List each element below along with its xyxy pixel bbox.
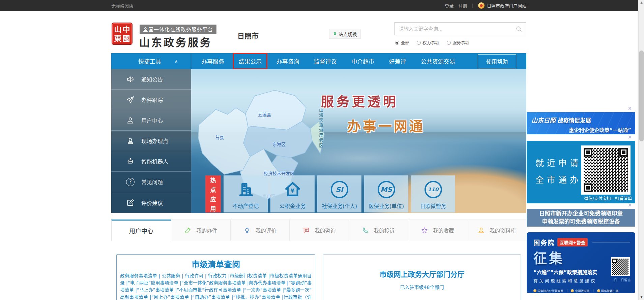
list-panel-title: 市级清单查阅 xyxy=(120,258,312,270)
help-button[interactable]: 使用帮助 xyxy=(478,54,516,68)
sidebar-item-feedback[interactable]: 评价建议 xyxy=(111,192,191,213)
platform-badge: 全国一体化在线政务服务平台 xyxy=(140,25,216,34)
map-label-juxian[interactable]: 莒县 xyxy=(215,134,224,140)
scrollbar-thumb[interactable] xyxy=(639,51,644,141)
quick-tools-toggle[interactable]: 快捷工具 ∧ xyxy=(111,53,191,69)
qr-caption: 微信/支付宝扫一扫看清单 xyxy=(584,195,632,201)
sidebar-item-user-center[interactable]: 用户中心 xyxy=(111,110,191,131)
tab-my-documents[interactable]: 我的资料库 xyxy=(467,220,527,241)
app-card-housing-fund[interactable]: ¥ 公积金业务 xyxy=(270,175,315,212)
search-input[interactable] xyxy=(395,26,512,32)
chat-icon xyxy=(302,227,310,234)
nav-item-banshi-fuwu[interactable]: 办事服务 xyxy=(201,56,225,67)
banner-slogan-2: 办事一网通 xyxy=(347,115,425,135)
hot-apps-title: 热点应用 xyxy=(205,175,221,212)
shandong-seal-logo: 山 中 東 國 xyxy=(112,23,133,45)
page-scrollbar[interactable]: ▲ ▼ xyxy=(638,0,644,300)
state-council-label: 国务院 xyxy=(533,238,555,247)
map-label-wulian[interactable]: 五莲县 xyxy=(258,111,271,118)
hot-apps-row: 热点应用 不动产登记 ¥ 公积金业务 SI 社保业务(个人) MS xyxy=(205,175,455,212)
footer-org-3: 国务院客户端 xyxy=(597,289,618,293)
si-icon: SI xyxy=(331,181,348,198)
scope-service[interactable]: 服务事项 xyxy=(447,39,469,46)
tab-my-consultations[interactable]: 我的咨询 xyxy=(290,220,349,241)
map-label-donggang[interactable]: 东港区 xyxy=(272,141,286,147)
phone-icon xyxy=(362,227,369,234)
star-icon xyxy=(421,227,428,234)
scope-all[interactable]: 全部 xyxy=(395,39,409,46)
nav-item-gonggong-ziyuan[interactable]: 公共资源交易 xyxy=(420,56,456,67)
app-card-police[interactable]: 110 日照微警务 xyxy=(411,175,455,212)
yuan-glyph: ¥ xyxy=(291,188,294,194)
police-110-icon: 110 xyxy=(425,181,442,198)
location-pin-icon xyxy=(333,32,337,36)
close-icon[interactable]: × xyxy=(627,106,633,111)
nav-item-haochaping[interactable]: 好差评 xyxy=(388,56,407,67)
scroll-up-icon[interactable]: ▲ xyxy=(639,0,644,5)
sidebar-item-service-points[interactable]: 现场办理点 xyxy=(111,131,191,151)
tab-my-items[interactable]: 我的办件 xyxy=(171,220,231,241)
hall-panel-subtitle: 已入驻市级48个部门 xyxy=(323,284,521,290)
stamp-icon xyxy=(126,137,135,145)
main-container: 快捷工具 ∧ 办事服务 结果公示 办事咨询 监督评议 中介超市 好差评 公共资源… xyxy=(111,53,526,213)
ad-banner-new-business[interactable]: 日照市新开办企业可免费领取印章 申领发票的可免费领取税控设备 xyxy=(527,209,635,227)
ad-banner-state-council[interactable]: 国务院 互联网+督查 征集 “六稳”“六保”政策措施落实 有关问题线索和意见建议… xyxy=(527,232,635,293)
ms-icon: MS xyxy=(378,181,395,198)
nav-item-jieguo-gongshi[interactable]: 结果公示 xyxy=(238,56,262,67)
sidebar-item-faq[interactable]: ? 常见问题 xyxy=(111,172,191,192)
portal-link[interactable]: 日照市政府门户网站 xyxy=(478,2,526,9)
city-name: 日照市 xyxy=(237,30,259,40)
emblem-dot-icon xyxy=(533,289,536,292)
ad-banner-citywide-service[interactable]: 就近申请 全市通办 微信/支付宝扫一扫看清单 xyxy=(527,141,635,203)
sidebar-item-robot[interactable]: 智能机器人 xyxy=(111,151,191,172)
hall-panel-title[interactable]: 市级网上政务大厅部门分厅 xyxy=(323,269,521,279)
city-list-panel: 市级清单查阅 政务服务事项清单 | 公共服务 | 行政许可 | 行政权力 |市级… xyxy=(116,254,315,300)
app-card-medical-insurance[interactable]: MS 医保业务(单位) xyxy=(364,175,408,212)
header: 山 中 東 國 全国一体化在线政务服务平台 山东政务服务 日照市 站点切换 全部… xyxy=(0,11,644,53)
quick-tools-panel: 通知公告 办件跟踪 用户中心 现场办理点 智能机器人 ? 常见问题 xyxy=(111,69,191,213)
close-icon[interactable]: × xyxy=(627,202,633,208)
radio-selected-icon xyxy=(395,41,399,45)
radio-icon xyxy=(417,41,421,45)
scope-power[interactable]: 权力事项 xyxy=(417,39,439,46)
emblem-dot-icon xyxy=(597,289,600,292)
edit-icon xyxy=(126,198,135,207)
register-link[interactable]: 注册 xyxy=(459,2,467,9)
search-scope-radios: 全部 权力事项 服务事项 xyxy=(395,39,469,46)
accessibility-link[interactable]: 无障碍阅读 xyxy=(111,2,133,9)
tab-my-complaints[interactable]: 我的投诉 xyxy=(349,220,408,241)
building-icon xyxy=(237,181,254,198)
chevron-up-icon: ∧ xyxy=(175,59,178,64)
app-card-social-insurance[interactable]: SI 社保业务(个人) xyxy=(317,175,361,212)
login-link[interactable]: 登录 xyxy=(445,2,454,9)
tab-my-reviews[interactable]: 我的评价 xyxy=(231,220,290,241)
tab-my-favorites[interactable]: 我的收藏 xyxy=(408,220,467,241)
pencil-icon xyxy=(184,227,192,234)
robot-icon xyxy=(126,157,135,166)
qr-code-small xyxy=(611,257,630,276)
map-label-shanhaitian[interactable]: 山海天旅游度假区 xyxy=(318,108,324,148)
list-panel-links[interactable]: 政务服务事项清单 | 公共服务 | 行政许可 | 行政权力 |市级部门权责清单 … xyxy=(120,272,312,300)
scroll-down-icon[interactable]: ▼ xyxy=(639,295,644,300)
emblem-dot-icon xyxy=(571,289,574,292)
question-icon: ? xyxy=(126,178,135,186)
sidebar-item-tracking[interactable]: 办件跟踪 xyxy=(111,90,191,110)
sidebar-item-notices[interactable]: 通知公告 xyxy=(111,69,191,90)
topbar: 无障碍阅读 登录 注册 | 日照市政府门户网站 xyxy=(0,0,644,11)
search-icon[interactable] xyxy=(512,23,526,35)
site-switch-button[interactable]: 站点切换 xyxy=(329,29,361,39)
app-card-real-estate[interactable]: 不动产登记 xyxy=(224,175,268,212)
national-emblem-icon xyxy=(478,2,485,9)
ad-banner-epidemic-policy[interactable]: 山东日照战疫情促发展 惠企利企便企政策“一站通” xyxy=(527,112,635,134)
nav-item-jiandu-pingyi[interactable]: 监督评议 xyxy=(313,56,338,67)
search-box xyxy=(394,22,526,35)
tab-user-center[interactable]: 用户中心 xyxy=(111,220,171,241)
main-navbar: 快捷工具 ∧ 办事服务 结果公示 办事咨询 监督评议 中介超市 好差评 公共资源… xyxy=(111,53,526,69)
nav-item-banshi-zixun[interactable]: 办事咨询 xyxy=(276,56,300,67)
nav-item-zhongjie-chaoshi[interactable]: 中介超市 xyxy=(351,56,375,67)
qr-code xyxy=(581,145,631,195)
close-icon[interactable]: × xyxy=(627,134,633,140)
flower-icon xyxy=(243,227,251,234)
user-icon xyxy=(126,116,135,125)
person-icon xyxy=(477,227,485,234)
